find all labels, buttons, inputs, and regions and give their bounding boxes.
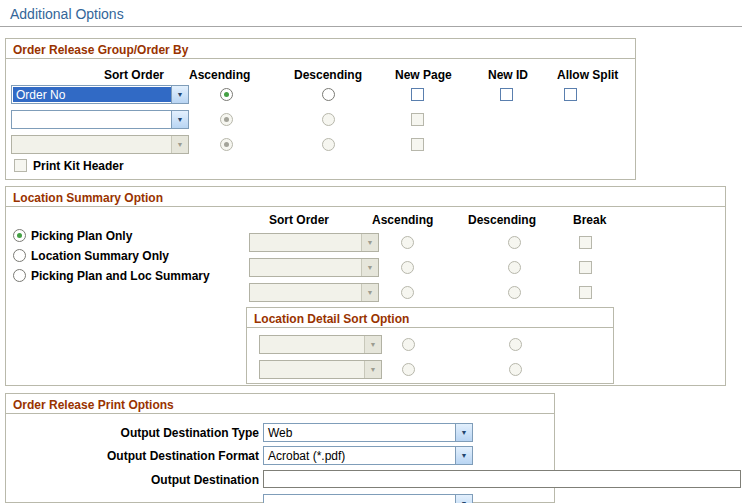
dropdown-arrow-icon[interactable]: ▼ <box>455 495 472 503</box>
location-summary-only-radio[interactable] <box>13 249 26 262</box>
output-destination-format-label: Output Destination Format <box>6 449 259 463</box>
new-page-checkbox-row3 <box>411 138 424 151</box>
dropdown-arrow-icon: ▼ <box>361 234 378 251</box>
header-allow-split: Allow Split <box>557 68 618 82</box>
print-kit-header-checkbox <box>14 159 27 172</box>
dropdown-arrow-icon: ▼ <box>171 136 188 153</box>
ls-ascending-radio-row1 <box>401 236 414 249</box>
location-summary-groupbox: Location Summary Option Sort Order Ascen… <box>5 186 726 386</box>
picking-plan-only-radio[interactable] <box>13 229 26 242</box>
header-descending-ls: Descending <box>468 213 536 227</box>
header-break-ls: Break <box>573 213 606 227</box>
location-summary-only-label: Location Summary Only <box>31 249 169 263</box>
output-destination-label: Output Destination <box>6 473 259 487</box>
header-sort-order: Sort Order <box>104 68 164 82</box>
dropdown-arrow-icon: ▼ <box>361 284 378 301</box>
order-release-groupbox: Order Release Group/Order By Sort Order … <box>5 38 636 180</box>
ls-sort-order-select-row2: ▼ <box>249 258 379 277</box>
sort-order-select-row2[interactable]: ▼ <box>11 110 189 129</box>
ls-sort-order-select-row2-value <box>251 260 361 275</box>
dropdown-arrow-icon: ▼ <box>364 336 381 353</box>
picking-plan-and-loc-summary-radio[interactable] <box>13 269 26 282</box>
location-detail-sort-groupbox: Location Detail Sort Option ▼ ▼ <box>246 307 614 384</box>
ls-descending-radio-row2 <box>508 261 521 274</box>
ls-descending-radio-row3 <box>508 286 521 299</box>
dropdown-arrow-icon[interactable]: ▼ <box>455 424 472 441</box>
new-id-checkbox-row1[interactable] <box>500 88 513 101</box>
dropdown-arrow-icon: ▼ <box>364 361 381 378</box>
title-divider <box>0 26 742 27</box>
picking-plan-only-label: Picking Plan Only <box>31 229 132 243</box>
detail-sort-select-row1-value <box>261 337 364 352</box>
ls-break-checkbox-row1 <box>579 236 592 249</box>
header-sort-order-ls: Sort Order <box>269 213 329 227</box>
output-destination-type-value: Web <box>265 425 455 440</box>
dropdown-arrow-icon[interactable]: ▼ <box>171 111 188 128</box>
ls-ascending-radio-row2 <box>401 261 414 274</box>
output-destination-input[interactable] <box>263 470 741 488</box>
print-options-groupbox-title: Order Release Print Options <box>6 394 554 414</box>
sort-order-select-row3: ▼ <box>11 135 189 154</box>
descending-radio-row1[interactable] <box>322 88 335 101</box>
new-page-checkbox-row1[interactable] <box>411 88 424 101</box>
output-destination-type-select[interactable]: Web ▼ <box>263 423 473 442</box>
header-new-id: New ID <box>488 68 528 82</box>
ls-sort-order-select-row1-value <box>251 235 361 250</box>
output-destination-format-select[interactable]: Acrobat (*.pdf) ▼ <box>263 446 473 465</box>
location-summary-groupbox-title: Location Summary Option <box>6 187 725 207</box>
ls-sort-order-select-row1: ▼ <box>249 233 379 252</box>
sort-order-select-row1-value: Order No <box>13 87 171 102</box>
location-detail-sort-groupbox-title: Location Detail Sort Option <box>247 308 613 328</box>
ls-sort-order-select-row3: ▼ <box>249 283 379 302</box>
partial-bottom-select[interactable]: ▼ <box>263 494 473 503</box>
allow-split-checkbox-row1[interactable] <box>564 88 577 101</box>
additional-options-page: Additional Options Order Release Group/O… <box>0 0 742 503</box>
dropdown-arrow-icon[interactable]: ▼ <box>171 86 188 103</box>
dropdown-arrow-icon[interactable]: ▼ <box>455 447 472 464</box>
descending-radio-row2 <box>322 113 335 126</box>
ls-break-checkbox-row3 <box>579 286 592 299</box>
header-descending: Descending <box>294 68 362 82</box>
header-new-page: New Page <box>395 68 452 82</box>
ascending-radio-row3 <box>220 138 233 151</box>
detail-sort-select-row1: ▼ <box>259 335 382 354</box>
detail-sort-select-row2-value <box>261 362 364 377</box>
header-ascending-ls: Ascending <box>372 213 433 227</box>
sort-order-select-row3-value <box>13 137 171 152</box>
ascending-radio-row1[interactable] <box>220 88 233 101</box>
detail-descending-radio-row2 <box>509 363 522 376</box>
descending-radio-row3 <box>322 138 335 151</box>
page-title: Additional Options <box>10 6 124 22</box>
ls-descending-radio-row1 <box>508 236 521 249</box>
ls-ascending-radio-row3 <box>401 286 414 299</box>
print-options-groupbox: Order Release Print Options Output Desti… <box>5 393 555 503</box>
output-destination-format-value: Acrobat (*.pdf) <box>265 448 455 463</box>
sort-order-select-row2-value <box>13 112 171 127</box>
header-ascending: Ascending <box>189 68 250 82</box>
ls-sort-order-select-row3-value <box>251 285 361 300</box>
detail-ascending-radio-row1 <box>402 338 415 351</box>
picking-plan-and-loc-summary-label: Picking Plan and Loc Summary <box>31 269 210 283</box>
detail-descending-radio-row1 <box>509 338 522 351</box>
ls-break-checkbox-row2 <box>579 261 592 274</box>
ascending-radio-row2 <box>220 113 233 126</box>
print-kit-header-label: Print Kit Header <box>33 159 124 173</box>
dropdown-arrow-icon: ▼ <box>361 259 378 276</box>
detail-ascending-radio-row2 <box>402 363 415 376</box>
order-release-groupbox-title: Order Release Group/Order By <box>6 39 635 59</box>
new-page-checkbox-row2 <box>411 113 424 126</box>
partial-bottom-select-value <box>265 496 455 503</box>
output-destination-type-label: Output Destination Type <box>6 426 259 440</box>
detail-sort-select-row2: ▼ <box>259 360 382 379</box>
sort-order-select-row1[interactable]: Order No ▼ <box>11 85 189 104</box>
